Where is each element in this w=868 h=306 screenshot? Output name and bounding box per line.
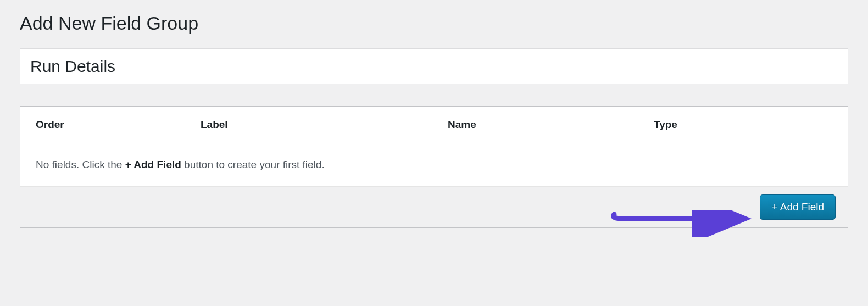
empty-suffix: button to create your first field. xyxy=(181,159,325,170)
column-header-name: Name xyxy=(448,119,654,131)
fields-footer: + Add Field xyxy=(20,187,848,227)
page-title: Add New Field Group xyxy=(20,11,848,35)
arrow-annotation-icon xyxy=(610,210,753,237)
empty-prefix: No fields. Click the xyxy=(36,159,125,170)
title-input-container xyxy=(20,48,848,84)
field-group-title-input[interactable] xyxy=(20,48,848,84)
add-field-button[interactable]: + Add Field xyxy=(760,194,836,220)
fields-box: Order Label Name Type No fields. Click t… xyxy=(20,106,848,228)
empty-fields-message: No fields. Click the + Add Field button … xyxy=(20,143,848,187)
fields-header: Order Label Name Type xyxy=(20,107,848,143)
page-wrap: Add New Field Group Order Label Name Typ… xyxy=(0,0,868,250)
empty-bold: + Add Field xyxy=(125,159,181,170)
column-header-order: Order xyxy=(36,119,201,131)
column-header-label: Label xyxy=(201,119,448,131)
column-header-type: Type xyxy=(654,119,832,131)
